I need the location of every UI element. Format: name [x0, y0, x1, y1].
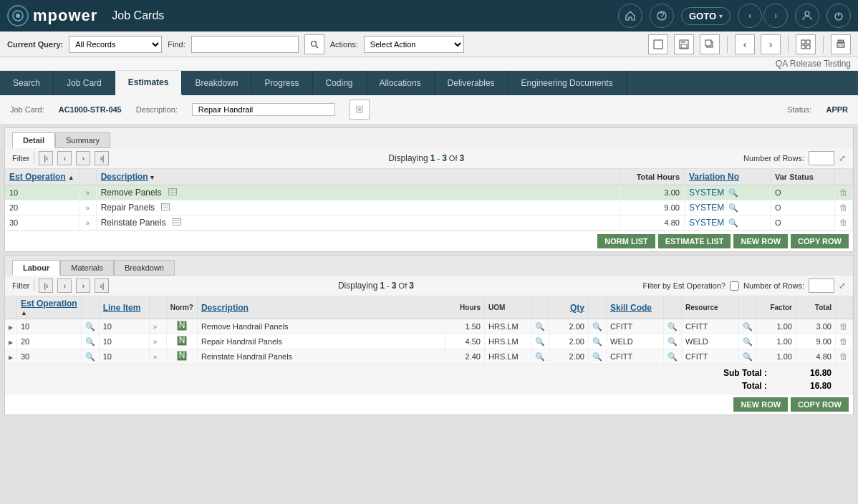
- table-row[interactable]: 10 » Remove Panels 3.00 SYSTEM 🔍: [5, 185, 853, 200]
- labour-row[interactable]: ▶ 20 🔍 10 » N Repair Handrail Panels 4.5…: [5, 334, 853, 349]
- sort-qty[interactable]: Qty: [570, 303, 584, 313]
- res-search-1[interactable]: 🔍: [739, 334, 757, 349]
- lower-last-page[interactable]: ›|: [95, 278, 109, 293]
- norm-icon-0[interactable]: N: [166, 319, 197, 334]
- sort-description[interactable]: Description: [101, 172, 148, 182]
- tab-search[interactable]: Search: [0, 71, 54, 95]
- lower-tab-labour[interactable]: Labour: [12, 260, 60, 276]
- qty-search-0[interactable]: 🔍: [589, 319, 607, 334]
- lower-next-page[interactable]: ›: [76, 278, 90, 293]
- user-button[interactable]: [795, 4, 819, 28]
- rows-input[interactable]: [809, 151, 834, 165]
- cell-delete-1[interactable]: 🗑: [835, 200, 853, 215]
- actions-select[interactable]: Select Action: [364, 36, 464, 53]
- next-page-button[interactable]: ›: [76, 151, 90, 165]
- query-select[interactable]: All Records: [69, 36, 162, 53]
- tab-engineering-docs[interactable]: Engineering Documents: [508, 71, 627, 95]
- delete-labour-2[interactable]: 🗑: [836, 349, 853, 364]
- table-row[interactable]: 20 » Repair Panels 9.00 SYSTEM 🔍 O �: [5, 200, 853, 215]
- sub-tab-detail[interactable]: Detail: [12, 132, 55, 148]
- info-button[interactable]: ?: [650, 4, 674, 28]
- tab-breakdown[interactable]: Breakdown: [182, 71, 251, 95]
- lower-tab-breakdown[interactable]: Breakdown: [114, 260, 175, 276]
- expand-cell-0[interactable]: ▶: [5, 319, 17, 334]
- power-button[interactable]: [826, 4, 851, 28]
- delete-labour-0[interactable]: 🗑: [836, 319, 853, 334]
- copy-button[interactable]: [700, 34, 720, 54]
- desc-icon-0[interactable]: [166, 188, 177, 197]
- cell-delete-0[interactable]: 🗑: [835, 185, 853, 200]
- qty-search-2[interactable]: 🔍: [589, 349, 607, 364]
- variation-search-1[interactable]: 🔍: [728, 203, 738, 212]
- tab-allocations[interactable]: Allocations: [367, 71, 435, 95]
- description-icon[interactable]: [350, 100, 370, 120]
- cell-expand-arrow[interactable]: »: [79, 185, 96, 200]
- search-button[interactable]: [304, 34, 324, 54]
- new-row-button-lower[interactable]: NEW ROW: [733, 397, 788, 412]
- expand-cell-2[interactable]: ▶: [5, 349, 17, 364]
- line-arrow-1[interactable]: »: [149, 334, 166, 349]
- skill-search-1[interactable]: 🔍: [664, 334, 682, 349]
- sort-est-op-labour[interactable]: Est Operation: [21, 299, 77, 309]
- sort-skill[interactable]: Skill Code: [610, 303, 652, 313]
- sort-variation[interactable]: Variation No: [689, 172, 739, 182]
- uom-search-2[interactable]: 🔍: [531, 349, 549, 364]
- expand-cell-1[interactable]: ▶: [5, 334, 17, 349]
- line-arrow-2[interactable]: »: [149, 349, 166, 364]
- expand-icon[interactable]: ⤢: [839, 153, 846, 163]
- variation-search-0[interactable]: 🔍: [728, 188, 738, 197]
- skill-search-2[interactable]: 🔍: [664, 349, 682, 364]
- sort-est-op[interactable]: Est Operation: [9, 172, 66, 182]
- prev-page-button[interactable]: ‹: [57, 151, 72, 165]
- copy-row-button-upper[interactable]: COPY ROW: [791, 234, 849, 248]
- uom-search-1[interactable]: 🔍: [531, 334, 549, 349]
- norm-icon-1[interactable]: N: [166, 334, 197, 349]
- skill-search-0[interactable]: 🔍: [664, 319, 682, 334]
- first-page-button[interactable]: |‹: [39, 151, 53, 165]
- cell-expand-arrow[interactable]: »: [79, 200, 96, 215]
- copy-row-button-lower[interactable]: COPY ROW: [791, 397, 849, 412]
- cell-delete-2[interactable]: 🗑: [835, 215, 853, 231]
- grid-button[interactable]: [796, 34, 816, 54]
- find-input[interactable]: [191, 36, 299, 53]
- sub-tab-summary[interactable]: Summary: [55, 132, 110, 148]
- desc-icon-2[interactable]: [170, 218, 181, 227]
- estimate-list-button[interactable]: ESTIMATE LIST: [658, 234, 731, 248]
- lower-rows-input[interactable]: [809, 278, 834, 293]
- op-search-1[interactable]: 🔍: [81, 334, 99, 349]
- tab-deliverables[interactable]: Deliverables: [435, 71, 508, 95]
- prev-record-button[interactable]: ‹: [735, 34, 755, 54]
- desc-icon-1[interactable]: [159, 203, 170, 212]
- goto-button[interactable]: GOTO ▾: [681, 7, 731, 25]
- sort-desc-labour[interactable]: Description: [201, 303, 249, 313]
- lower-expand-icon[interactable]: ⤢: [839, 281, 846, 291]
- nav-prev-button[interactable]: ‹: [738, 4, 762, 28]
- last-page-button[interactable]: ›|: [95, 151, 109, 165]
- lower-filter-button[interactable]: Filter: [12, 281, 29, 290]
- save-button[interactable]: [674, 34, 694, 54]
- new-record-button[interactable]: [648, 34, 668, 54]
- uom-search-0[interactable]: 🔍: [531, 319, 549, 334]
- tab-estimates[interactable]: Estimates: [115, 71, 183, 95]
- filter-est-checkbox[interactable]: [730, 281, 739, 291]
- res-search-0[interactable]: 🔍: [739, 319, 757, 334]
- qty-search-1[interactable]: 🔍: [589, 334, 607, 349]
- variation-search-2[interactable]: 🔍: [728, 218, 738, 227]
- print-button[interactable]: [831, 34, 851, 54]
- new-row-button-upper[interactable]: NEW ROW: [733, 234, 788, 248]
- op-search-2[interactable]: 🔍: [81, 349, 99, 364]
- nav-next-button[interactable]: ›: [763, 4, 788, 28]
- upper-filter-button[interactable]: Filter: [12, 154, 29, 163]
- tab-coding[interactable]: Coding: [313, 71, 367, 95]
- table-row[interactable]: 30 » Reinstate Panels 4.80 SYSTEM 🔍 O: [5, 215, 853, 231]
- delete-labour-1[interactable]: 🗑: [836, 334, 853, 349]
- tab-jobcard[interactable]: Job Card: [54, 71, 115, 95]
- sort-line-item[interactable]: Line Item: [103, 303, 141, 313]
- tab-progress[interactable]: Progress: [251, 71, 312, 95]
- home-button[interactable]: [618, 4, 642, 28]
- lower-prev-page[interactable]: ‹: [57, 278, 72, 293]
- labour-row[interactable]: ▶ 10 🔍 10 » N Remove Handrail Panels 1.5…: [5, 319, 853, 334]
- cell-expand-arrow[interactable]: »: [79, 215, 96, 231]
- next-record-button[interactable]: ›: [761, 34, 781, 54]
- line-arrow-0[interactable]: »: [149, 319, 166, 334]
